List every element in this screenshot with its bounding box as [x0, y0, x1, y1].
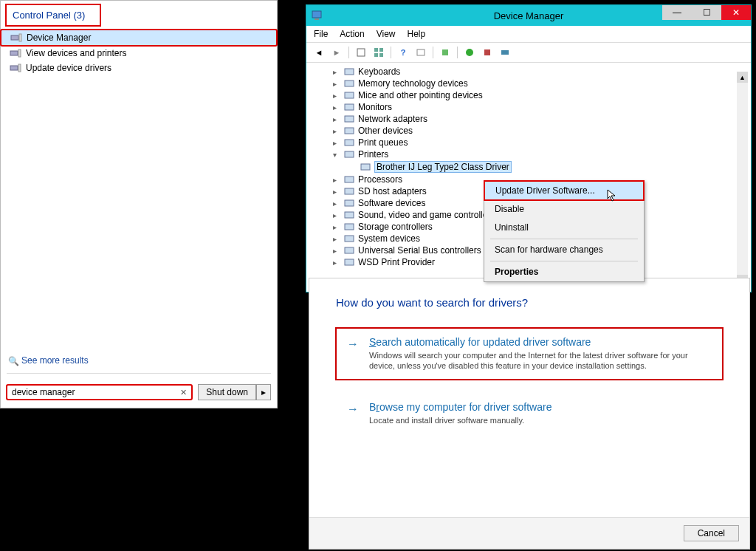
context-menu-item[interactable]: Disable	[484, 200, 644, 219]
context-menu: Update Driver Software...DisableUninstal…	[484, 180, 645, 282]
tree-node[interactable]: Brother IJ Leg Type2 Class Driver	[311, 160, 751, 174]
tree-node-label: Storage controllers	[358, 222, 433, 232]
search-input-container[interactable]: ✕	[7, 385, 192, 400]
tree-node[interactable]: ▸Network adapters	[311, 113, 751, 125]
svg-rect-33	[345, 247, 354, 253]
device-icon	[10, 32, 22, 43]
expand-arrow-icon[interactable]: ▸	[333, 68, 340, 76]
tree-node-label: Print queues	[358, 137, 408, 148]
device-icon	[344, 91, 354, 100]
maximize-button[interactable]: ☐	[692, 5, 721, 20]
scroll-up-button[interactable]: ▲	[737, 72, 748, 83]
tree-node-label: Monitors	[358, 102, 392, 112]
scan-hardware-button[interactable]	[497, 45, 513, 60]
svg-rect-32	[345, 236, 354, 242]
svg-rect-23	[345, 128, 354, 134]
tree-node[interactable]: ▸Other devices	[311, 125, 751, 137]
update-driver-button[interactable]	[437, 45, 453, 60]
device-icon	[344, 234, 354, 243]
shutdown-split-button[interactable]: Shut down ▸	[198, 384, 271, 400]
titlebar[interactable]: Device Manager — ☐ ✕	[306, 5, 751, 26]
tree-node[interactable]: ▸Print queues	[311, 137, 751, 148]
device-icon	[344, 258, 354, 267]
start-menu-item-label: Update device drivers	[26, 63, 111, 73]
tree-node[interactable]: ▸Keyboards	[311, 66, 751, 78]
tree-node-label: Memory technology devices	[358, 78, 468, 89]
expand-arrow-icon[interactable]: ▸	[333, 176, 340, 184]
arrow-right-icon: →	[347, 338, 359, 351]
svg-point-15	[466, 49, 473, 56]
menu-file[interactable]: File	[314, 29, 328, 39]
tree-node-label: Brother IJ Leg Type2 Class Driver	[374, 161, 512, 173]
svg-rect-0	[11, 35, 18, 40]
scan-button[interactable]	[413, 45, 429, 60]
expand-arrow-icon[interactable]: ▸	[333, 199, 340, 208]
enable-button[interactable]	[461, 45, 478, 60]
svg-rect-11	[374, 53, 378, 57]
tree-node-label: Software devices	[358, 198, 425, 208]
start-menu-item[interactable]: Device Manager	[1, 30, 277, 46]
vertical-scrollbar[interactable]: ▲ ▼	[737, 72, 748, 286]
device-icon	[344, 114, 354, 123]
context-menu-item[interactable]: Update Driver Software...	[484, 181, 644, 200]
tree-node[interactable]: ▸Mice and other pointing devices	[311, 89, 751, 101]
tree-node-label: Processors	[358, 174, 402, 185]
context-menu-item[interactable]: Properties	[484, 263, 644, 281]
uninstall-button[interactable]	[479, 45, 495, 60]
cancel-button[interactable]: Cancel	[684, 525, 739, 541]
expand-arrow-icon[interactable]: ▸	[333, 92, 340, 100]
show-hidden-button[interactable]	[353, 45, 369, 60]
menu-view[interactable]: View	[377, 29, 396, 39]
expand-arrow-icon[interactable]: ▸	[333, 188, 340, 196]
svg-rect-26	[361, 164, 370, 170]
expand-arrow-icon[interactable]: ▸	[333, 80, 340, 88]
wizard-option[interactable]: →Browse my computer for driver softwareL…	[336, 393, 723, 434]
tree-node-label: Mice and other pointing devices	[358, 90, 483, 100]
see-more-results-link[interactable]: 🔍 See more results	[1, 349, 277, 372]
tree-node-label: Printers	[358, 149, 388, 160]
expand-arrow-icon[interactable]: ▸	[333, 235, 340, 243]
start-menu-item[interactable]: Update device drivers	[1, 61, 277, 75]
expand-arrow-icon[interactable]: ▸	[333, 211, 340, 219]
clear-search-icon[interactable]: ✕	[180, 388, 187, 397]
expand-arrow-icon[interactable]: ▾	[333, 151, 340, 159]
tree-node-label: Keyboards	[358, 66, 400, 77]
context-menu-item[interactable]: Scan for hardware changes	[484, 241, 644, 259]
menu-help[interactable]: Help	[408, 29, 426, 39]
svg-rect-21	[345, 104, 354, 110]
context-menu-separator	[490, 239, 638, 239]
svg-rect-10	[379, 48, 383, 52]
expand-arrow-icon[interactable]: ▸	[333, 103, 340, 112]
menu-action[interactable]: Action	[340, 29, 364, 39]
device-icon	[344, 222, 354, 231]
context-menu-item[interactable]: Uninstall	[484, 219, 644, 237]
expand-arrow-icon[interactable]: ▸	[333, 247, 340, 255]
expand-arrow-icon[interactable]: ▸	[333, 223, 340, 231]
svg-rect-17	[501, 50, 509, 55]
svg-rect-8	[357, 49, 365, 56]
search-input[interactable]	[12, 387, 180, 397]
forward-button[interactable]: ►	[329, 45, 345, 60]
help-button[interactable]: ?	[395, 45, 411, 60]
wizard-option[interactable]: →Search automatically for updated driver…	[336, 328, 723, 380]
start-menu-item[interactable]: View devices and printers	[1, 46, 277, 61]
svg-rect-25	[345, 151, 354, 157]
tree-node-label: Universal Serial Bus controllers	[358, 245, 481, 256]
shutdown-dropdown-button[interactable]: ▸	[256, 384, 271, 400]
tree-node[interactable]: ▸Memory technology devices	[311, 78, 751, 89]
svg-rect-22	[345, 116, 354, 122]
expand-arrow-icon[interactable]: ▸	[333, 259, 340, 267]
expand-arrow-icon[interactable]: ▸	[333, 115, 340, 123]
properties-button[interactable]	[371, 45, 387, 60]
svg-rect-16	[484, 49, 490, 55]
close-button[interactable]: ✕	[721, 5, 751, 20]
shutdown-button[interactable]: Shut down	[198, 384, 256, 400]
svg-rect-29	[345, 200, 354, 206]
tree-node[interactable]: ▾Printers	[311, 148, 751, 160]
tree-node[interactable]: ▸Monitors	[311, 101, 751, 113]
control-panel-header: Control Panel (3)	[5, 4, 101, 27]
minimize-button[interactable]: —	[662, 5, 692, 20]
expand-arrow-icon[interactable]: ▸	[333, 139, 340, 147]
expand-arrow-icon[interactable]: ▸	[333, 127, 340, 135]
back-button[interactable]: ◄	[311, 45, 327, 60]
